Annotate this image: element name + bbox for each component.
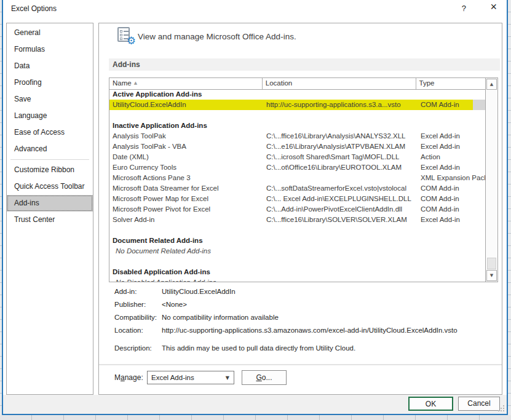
addin-row[interactable]: Microsoft Power Map for ExcelC:\... Exce… [109,194,487,204]
cell-type: Excel Add-in [418,141,487,152]
cell-name: Microsoft Actions Pane 3 [109,173,263,183]
addin-row[interactable]: Analysis ToolPak - VBAC:\...e16\Library\… [109,141,487,152]
addin-row[interactable]: Microsoft Data Streamer for ExcelC:\...s… [109,183,487,194]
addins-page: ⚙ View and manage Microsoft Office Add-i… [98,23,502,395]
sidebar-item-language[interactable]: Language [7,108,93,124]
ok-button[interactable]: OK [408,397,453,411]
cell-type: XML Expansion Pack [418,173,487,183]
group-header: Active Application Add-ins [109,89,487,100]
cell-type: COM Add-in [418,204,487,215]
cell-type: Excel Add-in [418,162,487,173]
empty-group-note: No Document Related Add-ins [109,246,487,256]
addin-row[interactable]: Microsoft Power Pivot for ExcelC:\...Add… [109,204,487,215]
detail-description: Description: This addin may be used to p… [114,342,497,355]
cell-type: COM Add-in [418,100,487,110]
cell-location: http://uc-supporting-applications.s3.a..… [263,100,418,110]
sidebar-item-trust-center[interactable]: Trust Center [7,212,93,228]
help-icon[interactable]: ? [462,4,466,13]
sort-ascending-icon: ▲ [134,81,137,85]
addin-details: Add-in: UtilityCloud.ExcelAddIn Publishe… [114,285,497,355]
addin-row[interactable]: Solver Add-inC:\...ffice16\Library\SOLVE… [109,215,487,225]
cancel-button[interactable]: Cancel [458,397,500,411]
group-header: Document Related Add-ins [109,236,487,246]
resize-grip[interactable] [497,405,505,412]
addin-row[interactable]: Microsoft Actions Pane 3XML Expansion Pa… [109,173,487,183]
cell-location: C:\...e16\Library\Analysis\ATPVBAEN.XLAM [263,141,418,152]
cell-location: C:\...ffice16\Library\SOLVER\SOLVER.XLAM [263,215,418,225]
cell-name: UtilityCloud.ExcelAddIn [109,100,263,110]
table-scrollbar[interactable]: ▲ ▼ [485,78,497,282]
manage-label: Manage: [114,373,143,382]
manage-divider [99,364,502,365]
addins-table: Name▲ Location Type Active Application A… [109,77,498,282]
addins-section-header: Add-ins [109,58,500,71]
sidebar-item-save[interactable]: Save [7,91,93,108]
spacer-row [109,110,487,121]
empty-group-note: No Disabled Application Add-ins [109,277,487,282]
cell-location: C:\...ot\Office16\Library\EUROTOOL.XLAM [263,162,418,173]
sidebar-item-ease-of-access[interactable]: Ease of Access [7,124,93,141]
addins-table-header: Name▲ Location Type [109,78,485,90]
addin-row[interactable]: UtilityCloud.ExcelAddInhttp://uc-support… [109,100,487,110]
manage-dropdown[interactable]: Excel Add-ins ▼ [147,371,234,384]
detail-addin: Add-in: UtilityCloud.ExcelAddIn [114,285,497,298]
sidebar-item-quick-access-toolbar[interactable]: Quick Access Toolbar [7,178,93,195]
detail-location: Location: http://uc-supporting-applicati… [114,324,497,337]
excel-worksheet-edge-bottom [0,415,511,420]
spacer-row [109,225,487,236]
cell-name: Solver Add-in [109,215,263,225]
manage-dropdown-value: Excel Add-ins [151,374,194,381]
excel-options-dialog: Excel Options ? × GeneralFormulasDataPro… [2,0,508,415]
page-description: View and manage Microsoft Office Add-ins… [138,32,296,41]
cell-location: C:\... Excel Add-in\EXCELPLUGINSHELL.DLL [263,194,418,204]
group-header: Disabled Application Add-ins [109,267,487,277]
cell-location: C:\...softDataStreamerforExcel.vsto|vsto… [263,183,418,194]
addins-icon: ⚙ [117,27,133,44]
sidebar-item-customize-ribbon[interactable]: Customize Ribbon [7,162,93,178]
cell-location [263,173,418,183]
options-sidebar: GeneralFormulasDataProofingSaveLanguageE… [6,23,93,395]
scroll-up-icon[interactable]: ▲ [486,79,497,90]
addin-row[interactable]: Date (XML)C:\...icrosoft Shared\Smart Ta… [109,152,487,162]
addin-row[interactable]: Euro Currency ToolsC:\...ot\Office16\Lib… [109,162,487,173]
cell-type: COM Add-in [418,183,487,194]
sidebar-item-general[interactable]: General [7,25,93,41]
sidebar-item-formulas[interactable]: Formulas [7,41,93,58]
sidebar-item-add-ins[interactable]: Add-ins [7,195,93,212]
cell-location: C:\...icrosoft Shared\Smart Tag\MOFL.DLL [263,152,418,162]
column-header-type[interactable]: Type [416,78,485,89]
go-button[interactable]: Go... [242,370,287,385]
addin-rows: Active Application Add-insUtilityCloud.E… [109,89,487,282]
sidebar-item-proofing[interactable]: Proofing [7,74,93,91]
group-header: Inactive Application Add-ins [109,121,487,131]
cell-name: Date (XML) [109,152,263,162]
cell-name: Microsoft Power Pivot for Excel [109,204,263,215]
column-header-location[interactable]: Location [263,78,416,89]
sidebar-item-advanced[interactable]: Advanced [7,141,93,157]
cell-type: COM Add-in [418,194,487,204]
sidebar-item-data[interactable]: Data [7,58,93,74]
cell-type: Excel Add-in [418,215,487,225]
column-header-name[interactable]: Name▲ [109,78,263,89]
chevron-down-icon: ▼ [226,376,229,381]
excel-options-screenshot: Excel Options ? × GeneralFormulasDataPro… [0,0,511,420]
cell-location: C:\...ffice16\Library\Analysis\ANALYS32.… [263,131,418,141]
detail-publisher: Publisher: <None> [114,298,497,311]
dialog-title: Excel Options [11,4,57,13]
detail-compatibility: Compatibility: No compatibility informat… [114,311,497,324]
cell-name: Analysis ToolPak [109,131,263,141]
scrollbar-thumb[interactable] [487,258,496,269]
cell-name: Analysis ToolPak - VBA [109,141,263,152]
cell-type: Excel Add-in [418,131,487,141]
addin-row[interactable]: Analysis ToolPakC:\...ffice16\Library\An… [109,131,487,141]
close-icon[interactable]: × [490,1,497,12]
scroll-down-icon[interactable]: ▼ [486,270,497,281]
dialog-titlebar: Excel Options ? × [3,0,507,20]
cell-name: Microsoft Power Map for Excel [109,194,263,204]
sidebar-divider [10,159,89,160]
gear-icon: ⚙ [127,36,136,46]
cell-name: Microsoft Data Streamer for Excel [109,183,263,194]
dialog-footer: OK Cancel [3,395,507,414]
cell-location: C:\...Add-in\PowerPivotExcelClientAddIn.… [263,204,418,215]
cell-name: Euro Currency Tools [109,162,263,173]
